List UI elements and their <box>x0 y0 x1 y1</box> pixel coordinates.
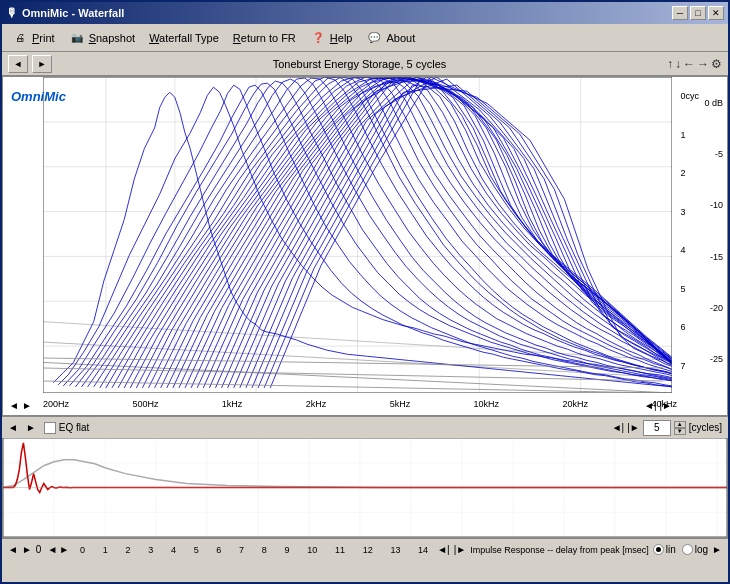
time-11: 11 <box>335 545 345 555</box>
ir-label: Impulse Response -- delay from peak [mse… <box>470 545 649 555</box>
impulse-svg <box>3 438 727 537</box>
omnismic-label: OmniMic <box>11 89 66 104</box>
ir-nav-right2[interactable]: ► <box>712 544 722 555</box>
prev-button[interactable]: ◄ <box>8 55 28 73</box>
time-3: 3 <box>148 545 153 555</box>
ir-nav-left[interactable]: ◄| <box>437 544 450 555</box>
ir-nav-right[interactable]: |► <box>454 544 467 555</box>
time-nav-left[interactable]: ◄ <box>47 544 57 555</box>
radio-log[interactable]: log <box>682 544 708 555</box>
toolbar: ◄ ► Toneburst Energy Storage, 5 cycles ↑… <box>2 52 728 76</box>
close-button[interactable]: ✕ <box>708 6 724 20</box>
rotate-up-icon[interactable]: ↑ <box>667 57 673 71</box>
freq-200hz: 200Hz <box>43 399 69 409</box>
db-scale: 0 dB -5 -10 -15 -20 -25 <box>704 77 723 385</box>
time-0: 0 <box>80 545 85 555</box>
floor-svg <box>43 353 663 393</box>
menu-snapshot[interactable]: 📷 Snapshot <box>63 28 142 48</box>
title-bar-left: 🎙 OmniMic - Waterfall <box>6 6 124 20</box>
db-label-20: -20 <box>704 303 723 313</box>
db-label-5: -5 <box>704 149 723 159</box>
freq-500hz: 500Hz <box>132 399 158 409</box>
freq-2khz: 2kHz <box>306 399 327 409</box>
time-14: 14 <box>418 545 428 555</box>
play-button[interactable]: ► <box>32 55 52 73</box>
waterfall-canvas <box>43 77 672 393</box>
radio-lin-label: lin <box>666 544 676 555</box>
time-1: 1 <box>103 545 108 555</box>
time-10: 10 <box>307 545 317 555</box>
cycles-bracket-label: [cycles] <box>689 422 722 433</box>
radio-log-label: log <box>695 544 708 555</box>
menu-print[interactable]: 🖨 Print <box>6 28 61 48</box>
db-label-25: -25 <box>704 354 723 364</box>
cycle-label-3: 3 <box>680 207 699 217</box>
time-nav-right[interactable]: ► <box>59 544 69 555</box>
rotate-left-icon[interactable]: ← <box>683 57 695 71</box>
maximize-button[interactable]: □ <box>690 6 706 20</box>
cycle-label-4: 4 <box>680 245 699 255</box>
cycle-label-1: 1 <box>680 130 699 140</box>
impulse-controls: ◄ ► 0 ◄ ► 0 1 2 3 4 5 6 7 8 9 10 11 12 1… <box>2 538 728 560</box>
nav-arrow-left[interactable]: ◄ <box>9 400 19 411</box>
freq-5khz: 5kHz <box>390 399 411 409</box>
menu-return-fr[interactable]: Return to FR <box>227 30 302 46</box>
menu-waterfall-type[interactable]: Waterfall Type <box>143 30 225 46</box>
waterfall-svg <box>43 77 672 393</box>
cycle-label-5: 5 <box>680 284 699 294</box>
cycles-arrows-right[interactable]: |► <box>627 422 640 433</box>
nav-right-arrow[interactable]: ► <box>26 422 36 433</box>
nav-arrow-right2[interactable]: |► <box>660 400 673 411</box>
app-window: 🎙 OmniMic - Waterfall ─ □ ✕ 🖨 Print 📷 Sn… <box>0 0 730 584</box>
cycles-arrows-left[interactable]: ◄| <box>612 422 625 433</box>
menu-help-label: Help <box>330 32 353 44</box>
nav-arrows-right: ◄| |► <box>644 400 672 411</box>
nav-arrow-right[interactable]: ► <box>22 400 32 411</box>
time-12: 12 <box>363 545 373 555</box>
cycle-label-2: 2 <box>680 168 699 178</box>
time-7: 7 <box>239 545 244 555</box>
svg-line-23 <box>43 381 663 393</box>
about-icon: 💬 <box>366 30 382 46</box>
title-bar-controls: ─ □ ✕ <box>672 6 724 20</box>
title-bar: 🎙 OmniMic - Waterfall ─ □ ✕ <box>2 2 728 24</box>
app-icon: 🎙 <box>6 6 18 20</box>
eq-flat-control: EQ flat <box>44 422 90 434</box>
cycle-label-6: 6 <box>680 322 699 332</box>
db-label-15: -15 <box>704 252 723 262</box>
radio-log-dot <box>682 544 693 555</box>
rotate-down-icon[interactable]: ↓ <box>675 57 681 71</box>
window-title: OmniMic - Waterfall <box>22 7 124 19</box>
time-9: 9 <box>285 545 290 555</box>
time-4: 4 <box>171 545 176 555</box>
svg-line-22 <box>43 368 663 381</box>
cycles-spin-up[interactable]: ▲ <box>674 421 686 428</box>
impulse-arrow-left[interactable]: ◄ <box>8 544 18 555</box>
printer-icon: 🖨 <box>12 30 28 46</box>
cycles-value: 5 <box>654 422 660 433</box>
impulse-arrow-right[interactable]: ► <box>22 544 32 555</box>
help-icon: ❓ <box>310 30 326 46</box>
eq-flat-checkbox[interactable] <box>44 422 56 434</box>
db-label-0: 0 dB <box>704 98 723 108</box>
nav-left-arrow[interactable]: ◄ <box>8 422 18 433</box>
minimize-button[interactable]: ─ <box>672 6 688 20</box>
menu-about-label: About <box>386 32 415 44</box>
db-label-10: -10 <box>704 200 723 210</box>
freq-10khz: 10kHz <box>474 399 500 409</box>
freq-20khz: 20kHz <box>563 399 589 409</box>
radio-lin[interactable]: lin <box>653 544 676 555</box>
cycles-value-box[interactable]: 5 <box>643 420 671 436</box>
menu-waterfall-type-label: Waterfall Type <box>149 32 219 44</box>
menu-about[interactable]: 💬 About <box>360 28 421 48</box>
nav-arrows-left: ◄ ► <box>9 400 32 411</box>
settings-icon[interactable]: ⚙ <box>711 57 722 71</box>
rotate-right-icon[interactable]: → <box>697 57 709 71</box>
nav-arrow-left2[interactable]: ◄| <box>644 400 657 411</box>
chart-title: Toneburst Energy Storage, 5 cycles <box>56 58 663 70</box>
menu-help[interactable]: ❓ Help <box>304 28 359 48</box>
cycles-spin-down[interactable]: ▼ <box>674 428 686 435</box>
cycle-label-7: 7 <box>680 361 699 371</box>
impulse-response-area <box>2 438 728 538</box>
time-scale-container: ◄ ► <box>47 544 69 555</box>
